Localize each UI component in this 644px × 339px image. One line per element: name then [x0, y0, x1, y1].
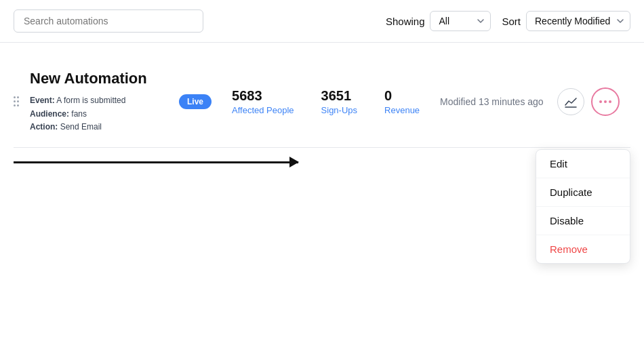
stat-number-revenue: 0 [384, 88, 420, 104]
showing-select[interactable]: All Live Paused Draft [430, 11, 491, 31]
more-options-button[interactable] [591, 87, 620, 116]
modified-time: Modified 13 minutes ago [440, 96, 544, 107]
event-label: Event: [30, 96, 55, 105]
automation-area: New Automation Event: A form is submitte… [0, 43, 644, 148]
dropdown-item-duplicate[interactable]: Duplicate [536, 178, 630, 207]
action-value: Send Email [60, 122, 102, 132]
more-dots [599, 100, 611, 103]
audience-label: Audience: [30, 109, 69, 119]
sort-group: Sort Recently Modified Alphabetical Date… [502, 11, 630, 31]
stat-label-affected: Affected People [232, 105, 294, 115]
sort-select[interactable]: Recently Modified Alphabetical Date Crea… [526, 11, 630, 31]
stat-affected-people: 5683 Affected People [232, 88, 294, 115]
automation-row: New Automation Event: A form is submitte… [14, 56, 630, 148]
arrow-line [14, 161, 298, 163]
stat-number-affected: 5683 [232, 88, 294, 104]
showing-group: Showing All Live Paused Draft [386, 11, 491, 31]
audience-value: fans [71, 109, 87, 119]
stat-label-revenue: Revenue [384, 105, 420, 115]
dropdown-item-disable[interactable]: Disable [536, 207, 630, 235]
stats-group: 5683 Affected People 3651 Sign-Ups 0 Rev… [232, 88, 420, 115]
chart-icon [565, 96, 577, 108]
stat-revenue: 0 Revenue [384, 88, 420, 115]
automation-meta: Event: A form is submitted Audience: fan… [30, 94, 165, 134]
automation-info: New Automation Event: A form is submitte… [30, 70, 165, 134]
action-label: Action: [30, 122, 58, 132]
dropdown-item-edit[interactable]: Edit [536, 150, 630, 178]
dropdown-item-remove[interactable]: Remove [536, 235, 630, 263]
stat-number-signups: 3651 [321, 88, 357, 104]
stat-label-signups: Sign-Ups [321, 105, 357, 115]
drag-handle-icon[interactable] [14, 96, 19, 106]
toolbar: Showing All Live Paused Draft Sort Recen… [0, 0, 644, 43]
search-input[interactable] [14, 9, 203, 33]
automation-name: New Automation [30, 70, 165, 87]
sort-label: Sort [502, 16, 521, 27]
live-badge: Live [179, 94, 212, 109]
stat-signups: 3651 Sign-Ups [321, 88, 357, 115]
dropdown-menu: Edit Duplicate Disable Remove [536, 149, 630, 264]
chart-icon-button[interactable] [557, 88, 584, 115]
event-value: A form is submitted [56, 96, 125, 105]
showing-label: Showing [386, 16, 425, 27]
